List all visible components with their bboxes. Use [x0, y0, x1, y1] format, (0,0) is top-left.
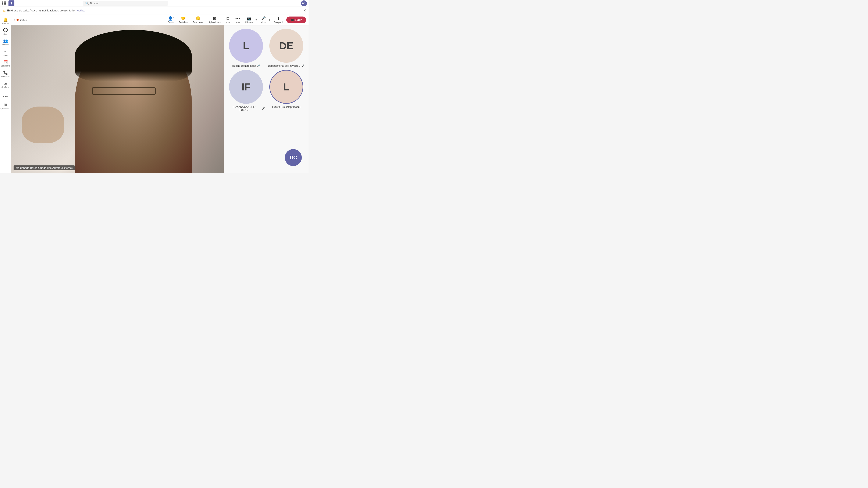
participant-name-itzayana: ITZAYANA SÁNCHEZ FUEN... 🎤 [227, 105, 265, 111]
camara-dropdown-arrow[interactable]: ▾ [255, 17, 258, 23]
leave-button[interactable]: 📵 Salir [286, 17, 306, 23]
mic-muted-icon-itzayana: 🎤 [262, 107, 265, 110]
teams-logo: T [8, 0, 14, 6]
apps-icon: ⊞ [213, 16, 216, 21]
name-text-departamento: Departamento de Proyecto... [268, 64, 301, 67]
notification-warning-icon: ⚠ [3, 8, 5, 12]
participant-tile-itzayana: IF ITZAYANA SÁNCHEZ FUEN... 🎤 [227, 70, 265, 111]
reaccionar-button[interactable]: 😊 Reaccionar [191, 15, 206, 25]
notification-message: Entérese de todo. Active las notificacio… [7, 9, 75, 12]
sidebar-item-chat[interactable]: 💬 Chat [0, 27, 10, 36]
micro-group[interactable]: 🎤 Micro ▾ [258, 15, 271, 25]
sidebar-item-actividad[interactable]: 🔔 Actividad [0, 16, 10, 26]
llamadas-icon: 📞 [3, 70, 8, 75]
avatar-lau: L [229, 29, 263, 63]
sidebar-item-equipos[interactable]: 👥 Equipos [0, 37, 10, 47]
main-video-name: Maldonado Berea Guadalupe Aurora (Extern… [13, 165, 75, 170]
sidebar-label-llamadas: Llamadas [1, 75, 9, 77]
compartir-icon: ⬆ [277, 16, 280, 21]
actividad-icon: 🔔 [3, 18, 8, 22]
search-icon: 🔍 [85, 2, 89, 5]
recording-time: 02:01 [20, 18, 27, 22]
sidebar-label-calendario: Calendario [1, 65, 10, 67]
vista-button[interactable]: ⊡ Vista [223, 15, 232, 25]
sidebar-item-aplicaciones[interactable]: ⊞ Aplicacion... [0, 101, 10, 111]
gente-button[interactable]: 👤6 Gente [166, 15, 176, 25]
micro-icon: 🎤 [261, 16, 266, 21]
svg-rect-4 [4, 3, 5, 4]
sidebar-label-onedrive: OneDrive [1, 86, 9, 88]
mic-muted-icon-lau: 🎤 [257, 64, 260, 67]
participar-icon: 🤝 [181, 16, 186, 21]
avatar-itzayana: IF [229, 70, 263, 104]
sidebar-item-calendario[interactable]: 📅 Calendario [0, 59, 10, 68]
participant-name-lucero: Lucero (No comprobado) [272, 105, 300, 108]
vista-icon: ⊡ [226, 16, 229, 21]
aplicaciones-button[interactable]: ⊞ Aplicaciones [207, 15, 223, 25]
participant-name-lau: lau (No comprobado) 🎤 [232, 64, 260, 67]
search-input[interactable] [90, 2, 166, 5]
avatar-initials-departamento: DE [279, 40, 293, 52]
sidebar-item-more[interactable]: ••• [0, 93, 10, 100]
waffle-menu[interactable] [2, 1, 7, 6]
sidebar-label-equipos: Equipos [2, 44, 9, 46]
avatar-initials-itzayana: IF [242, 81, 251, 93]
mas-label: Más [236, 21, 240, 24]
participant-tile-departamento: DE Departamento de Proyecto... 🎤 [268, 29, 305, 67]
toolbar-actions: 👤6 Gente 🤝 Participar 😊 Reaccionar ⊞ Apl… [166, 15, 306, 25]
recording-dot [17, 19, 19, 21]
meeting-area: ○ 02:01 👤6 Gente 🤝 Participar 😊 [11, 14, 309, 173]
participar-button[interactable]: 🤝 Participar [177, 15, 190, 25]
mas-icon: ••• [236, 16, 240, 21]
gente-label: Gente [168, 21, 174, 24]
user-avatar: DC [301, 0, 307, 6]
svg-rect-8 [5, 4, 6, 5]
participant-tile-lucero: L Lucero (No comprobado) [268, 70, 305, 111]
svg-rect-0 [2, 1, 3, 3]
notification-close[interactable]: ✕ [303, 8, 306, 12]
avatar-initials-lau: L [243, 40, 249, 52]
notification-bar: ⚠ Entérese de todo. Active las notificac… [0, 7, 309, 14]
reaccionar-label: Reaccionar [193, 21, 204, 24]
sidebar-label-tareas: Tareas [3, 54, 8, 56]
camara-group[interactable]: 📷 Cámara ▾ [243, 15, 258, 25]
micro-dropdown-arrow[interactable]: ▾ [268, 17, 271, 23]
aplicaciones-icon: ⊞ [4, 102, 7, 107]
svg-rect-1 [4, 1, 5, 3]
onedrive-icon: ☁ [4, 81, 7, 86]
title-bar: T 🔍 DC [0, 0, 309, 7]
mas-button[interactable]: ••• Más [233, 15, 242, 25]
main-video: Maldonado Berea Guadalupe Aurora (Extern… [11, 25, 224, 173]
name-text-lucero: Lucero (No comprobado) [272, 105, 300, 108]
participants-grid: L lau (No comprobado) 🎤 DE Depa [227, 29, 305, 111]
recording-indicator: ○ 02:01 [13, 18, 27, 22]
dc-corner-avatar: DC [285, 149, 302, 166]
compartir-button[interactable]: ⬆ Compartir [272, 15, 285, 25]
leave-label: Salir [296, 18, 302, 22]
search-bar[interactable]: 🔍 [83, 1, 168, 6]
vista-label: Vista [226, 21, 230, 24]
sidebar-item-tareas[interactable]: ✓ Tareas [0, 48, 10, 58]
gente-icon: 👤6 [168, 16, 174, 21]
camara-label: Cámara [245, 21, 253, 24]
phone-leave-icon: 📵 [290, 18, 294, 22]
sidebar-label-aplicaciones: Aplicacion... [0, 107, 10, 110]
camara-icon: 📷 [246, 16, 251, 21]
sidebar: 🔔 Actividad 💬 Chat 👥 Equipos ✓ Tareas 📅 … [0, 14, 11, 173]
tareas-icon: ✓ [4, 49, 7, 54]
micro-label: Micro [261, 21, 266, 24]
micro-button[interactable]: 🎤 Micro [258, 15, 268, 25]
avatar-initials-lucero: L [283, 81, 289, 93]
activar-button[interactable]: Activar [77, 9, 86, 12]
title-bar-right: DC [301, 0, 307, 6]
sidebar-item-llamadas[interactable]: 📞 Llamadas [0, 69, 10, 79]
reaccionar-icon: 😊 [196, 16, 200, 21]
avatar-lucero: L [269, 70, 303, 104]
meeting-content: Maldonado Berea Guadalupe Aurora (Extern… [11, 25, 309, 173]
svg-rect-3 [2, 3, 3, 4]
sidebar-item-onedrive[interactable]: ☁ OneDrive [0, 79, 10, 89]
calendario-icon: 📅 [3, 60, 8, 64]
name-text-lau: lau (No comprobado) [232, 64, 256, 67]
participants-panel: L lau (No comprobado) 🎤 DE Depa [224, 25, 309, 173]
camara-button[interactable]: 📷 Cámara [243, 15, 255, 25]
